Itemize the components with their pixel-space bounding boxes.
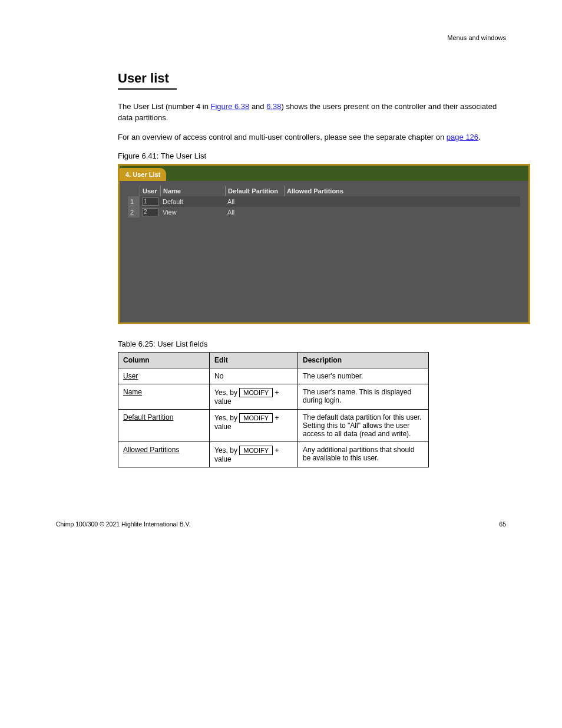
- spec-edit: Yes, by MODIFY + value: [210, 442, 298, 467]
- user-list-fields-table: Column Edit Description User No The user…: [118, 352, 429, 467]
- spec-edit: Yes, by MODIFY + value: [210, 384, 298, 409]
- spec-row: Allowed Partitions Yes, by MODIFY + valu…: [118, 442, 429, 467]
- spec-col-allowed-partitions: Allowed Partitions: [123, 446, 179, 454]
- figure-caption: Figure 6.41: The User List: [118, 151, 509, 160]
- row-allowed-partitions: [284, 207, 361, 218]
- spec-desc: Any additional partitions that should be…: [298, 442, 429, 467]
- spec-header-edit: Edit: [210, 352, 298, 368]
- spec-desc: The user's name. This is displayed durin…: [298, 384, 429, 409]
- spec-header-row: Column Edit Description: [118, 352, 429, 368]
- row-index: 1: [128, 196, 140, 207]
- table-row[interactable]: 2 2 View All: [128, 207, 520, 218]
- row-name: View: [160, 207, 225, 218]
- spec-desc: The default data partition for this user…: [298, 409, 429, 442]
- user-id-field[interactable]: 2: [142, 208, 158, 216]
- spec-table-caption: Table 6.25: User List fields: [118, 340, 509, 348]
- tab-user-list[interactable]: 4. User List: [120, 168, 166, 181]
- section-title: User list: [118, 71, 509, 86]
- user-list-content: User Name Default Partition Allowed Part…: [120, 181, 528, 322]
- user-id-field[interactable]: 1: [142, 197, 158, 206]
- header-default-partition: Default Partition: [225, 186, 284, 196]
- header-allowed-partitions: Allowed Partitions: [284, 186, 361, 196]
- spec-desc: The user's number.: [298, 368, 429, 384]
- spec-row: User No The user's number.: [118, 368, 429, 384]
- row-index: 2: [128, 207, 140, 218]
- footer-page-number: 65: [499, 521, 506, 528]
- spec-row: Name Yes, by MODIFY + value The user's n…: [118, 384, 429, 409]
- table-header-row: User Name Default Partition Allowed Part…: [128, 186, 520, 196]
- intro-para-2: For an overview of access control and mu…: [118, 132, 509, 143]
- row-allowed-partitions: [284, 196, 361, 207]
- row-user: 1: [140, 196, 160, 207]
- spec-col-user: User: [123, 372, 138, 380]
- spec-edit: No: [210, 368, 298, 384]
- page-footer: Chimp 100/300 © 2021 Highlite Internatio…: [53, 521, 509, 528]
- row-name: Default: [160, 196, 225, 207]
- row-default-partition: All: [225, 207, 284, 218]
- header-right: Menus and windows: [447, 34, 506, 41]
- modify-button[interactable]: MODIFY: [239, 446, 273, 455]
- spec-col-name: Name: [123, 388, 142, 396]
- spec-header-column: Column: [118, 352, 210, 368]
- row-user: 2: [140, 207, 160, 218]
- spec-edit: Yes, by MODIFY + value: [210, 409, 298, 442]
- row-default-partition: All: [225, 196, 284, 207]
- footer-left: Chimp 100/300 © 2021 Highlite Internatio…: [56, 521, 191, 528]
- spec-col-default-partition: Default Partition: [123, 413, 173, 421]
- modify-button[interactable]: MODIFY: [239, 413, 273, 423]
- spec-row: Default Partition Yes, by MODIFY + value…: [118, 409, 429, 442]
- header-user: User: [140, 186, 160, 196]
- modify-button[interactable]: MODIFY: [239, 388, 273, 397]
- title-underline: [118, 88, 177, 90]
- table-row[interactable]: 1 1 Default All: [128, 196, 520, 207]
- intro-paragraphs: The User List (number 4 in Figure 6.38 a…: [118, 101, 509, 143]
- figure-link-1[interactable]: Figure 6.38: [211, 102, 250, 111]
- header-name: Name: [160, 186, 225, 196]
- user-list-window: 4. User List User Name Default Partition…: [118, 164, 530, 324]
- page-link[interactable]: page 126: [447, 133, 478, 141]
- figure-link-2[interactable]: 6.38: [266, 102, 281, 111]
- intro-para-1: The User List (number 4 in Figure 6.38 a…: [118, 101, 509, 124]
- spec-header-description: Description: [298, 352, 429, 368]
- tab-bar: 4. User List: [120, 166, 528, 181]
